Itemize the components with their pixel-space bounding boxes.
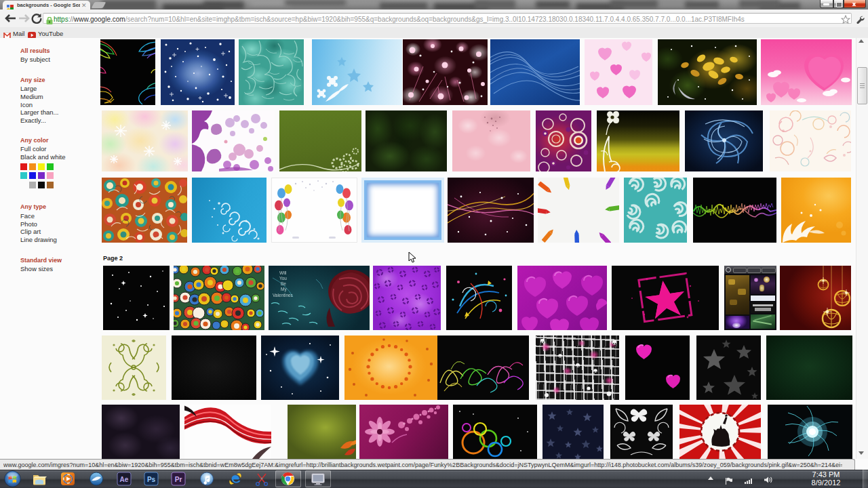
svg-text:Pr: Pr (175, 476, 182, 483)
svg-text:You: You (279, 276, 287, 281)
svg-text:Valentines: Valentines (273, 293, 294, 298)
svg-text:Ps: Ps (147, 476, 156, 483)
svg-text:Ae: Ae (120, 476, 129, 483)
svg-text:Will: Will (279, 270, 287, 275)
